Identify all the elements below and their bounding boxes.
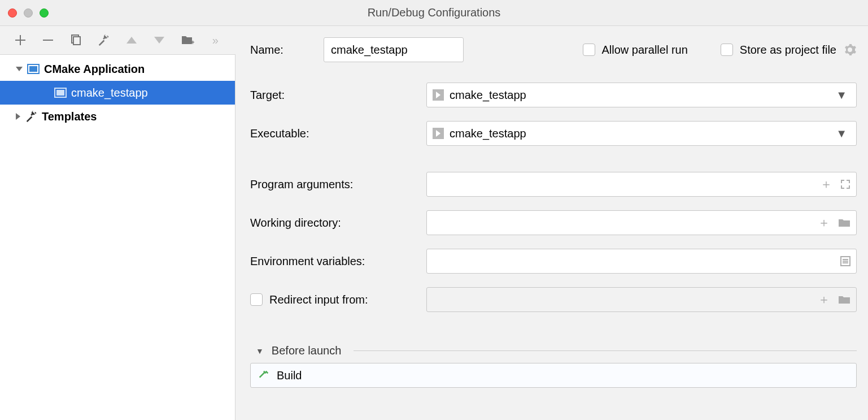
run-target-icon xyxy=(433,89,444,101)
plus-icon[interactable]: ＋ xyxy=(820,176,832,193)
remove-config-button[interactable] xyxy=(41,33,54,47)
name-label: Name: xyxy=(250,44,317,57)
allow-parallel-label: Allow parallel run xyxy=(602,44,688,57)
window-title: Run/Debug Configurations xyxy=(0,6,868,19)
close-window-button[interactable] xyxy=(8,8,17,18)
move-down-button[interactable] xyxy=(152,33,165,47)
expand-icon[interactable] xyxy=(840,179,850,189)
row-env-vars: Environment variables: xyxy=(250,249,857,274)
sidebar: + » CMake Application cmake_testapp Temp… xyxy=(0,26,235,420)
checkbox-icon xyxy=(721,44,733,56)
config-tree: CMake Application cmake_testapp Template… xyxy=(0,54,235,420)
working-dir-input[interactable]: ＋ xyxy=(426,210,857,235)
main-panel: Name: cmake_testapp Allow parallel run S… xyxy=(235,26,868,420)
wrench-icon xyxy=(25,110,37,123)
edit-template-button[interactable] xyxy=(97,33,110,47)
target-select[interactable]: cmake_testapp ▼ xyxy=(426,83,857,107)
env-vars-input[interactable] xyxy=(426,249,857,274)
row-program-args: Program arguments: ＋ xyxy=(250,172,857,197)
executable-select[interactable]: cmake_testapp ▼ xyxy=(426,121,857,146)
program-args-input[interactable]: ＋ xyxy=(426,172,857,197)
checkbox-icon xyxy=(250,293,263,306)
list-icon[interactable] xyxy=(840,256,850,266)
chevron-down-icon: ▼ xyxy=(836,89,847,102)
gear-icon[interactable] xyxy=(843,43,857,57)
row-working-dir: Working directory: ＋ xyxy=(250,210,857,235)
checkbox-icon xyxy=(583,44,595,56)
folder-icon[interactable] xyxy=(838,295,850,305)
expand-arrow-icon xyxy=(16,67,23,71)
store-project-label: Store as project file xyxy=(740,44,836,57)
wrench-icon xyxy=(97,34,110,46)
window-controls xyxy=(8,8,49,18)
add-config-button[interactable] xyxy=(14,33,27,47)
executable-value: cmake_testapp xyxy=(450,127,526,140)
before-launch-header[interactable]: ▼ Before launch xyxy=(250,344,857,357)
folder-add-button[interactable]: + xyxy=(181,33,194,47)
plus-icon[interactable]: ＋ xyxy=(818,291,830,308)
tree-item-label: cmake_testapp xyxy=(71,86,148,99)
chevron-down-icon xyxy=(154,37,164,44)
collapse-arrow-icon xyxy=(16,113,20,120)
row-target: Target: cmake_testapp ▼ xyxy=(250,83,857,107)
plus-icon[interactable]: ＋ xyxy=(818,214,830,231)
redirect-checkbox[interactable]: Redirect input from: xyxy=(250,293,420,306)
store-project-checkbox[interactable]: Store as project file xyxy=(721,44,836,57)
before-launch-section: ▼ Before launch Build xyxy=(250,344,857,388)
chevron-down-icon: ▼ xyxy=(256,347,264,356)
row-redirect: Redirect input from: ＋ xyxy=(250,287,857,312)
env-vars-label: Environment variables: xyxy=(250,255,420,268)
svg-text:+: + xyxy=(191,38,194,46)
run-target-icon xyxy=(433,128,444,139)
before-launch-label: Before launch xyxy=(272,344,341,357)
cmake-app-icon xyxy=(54,88,67,98)
target-value: cmake_testapp xyxy=(450,89,526,102)
build-task-item[interactable]: Build xyxy=(251,363,856,387)
tree-item-testapp[interactable]: cmake_testapp xyxy=(0,81,235,105)
hammer-icon xyxy=(258,369,270,382)
before-launch-list: Build xyxy=(250,363,857,388)
row-executable: Executable: cmake_testapp ▼ xyxy=(250,121,857,146)
chevron-up-icon xyxy=(127,37,137,44)
maximize-window-button[interactable] xyxy=(40,8,49,18)
name-input[interactable]: cmake_testapp xyxy=(324,37,464,62)
folder-plus-icon: + xyxy=(181,34,194,46)
row-name: Name: cmake_testapp Allow parallel run S… xyxy=(250,37,857,62)
build-task-label: Build xyxy=(277,369,302,382)
tree-group-cmake[interactable]: CMake Application xyxy=(0,57,235,81)
content: + » CMake Application cmake_testapp Temp… xyxy=(0,26,868,420)
redirect-input[interactable]: ＋ xyxy=(426,287,857,312)
copy-icon xyxy=(70,34,81,46)
working-dir-label: Working directory: xyxy=(250,217,420,230)
minus-icon xyxy=(43,35,53,45)
executable-label: Executable: xyxy=(250,127,420,140)
sidebar-toolbar: + » xyxy=(0,26,235,54)
name-value: cmake_testapp xyxy=(331,44,408,57)
tree-group-label: CMake Application xyxy=(44,63,145,76)
minimize-window-button[interactable] xyxy=(24,8,33,18)
svg-rect-1 xyxy=(73,37,80,45)
program-args-label: Program arguments: xyxy=(250,178,420,191)
titlebar: Run/Debug Configurations xyxy=(0,0,868,26)
divider xyxy=(354,350,857,351)
allow-parallel-checkbox[interactable]: Allow parallel run xyxy=(583,44,688,57)
target-label: Target: xyxy=(250,89,420,102)
more-button[interactable]: » xyxy=(209,33,222,47)
tree-templates-label: Templates xyxy=(42,110,97,123)
redirect-label: Redirect input from: xyxy=(269,293,368,306)
cmake-app-icon xyxy=(27,64,40,74)
tree-group-templates[interactable]: Templates xyxy=(0,105,235,128)
folder-icon[interactable] xyxy=(838,218,850,228)
chevron-down-icon: ▼ xyxy=(836,127,847,140)
copy-config-button[interactable] xyxy=(69,33,82,47)
move-up-button[interactable] xyxy=(125,33,138,47)
plus-icon xyxy=(15,35,25,45)
